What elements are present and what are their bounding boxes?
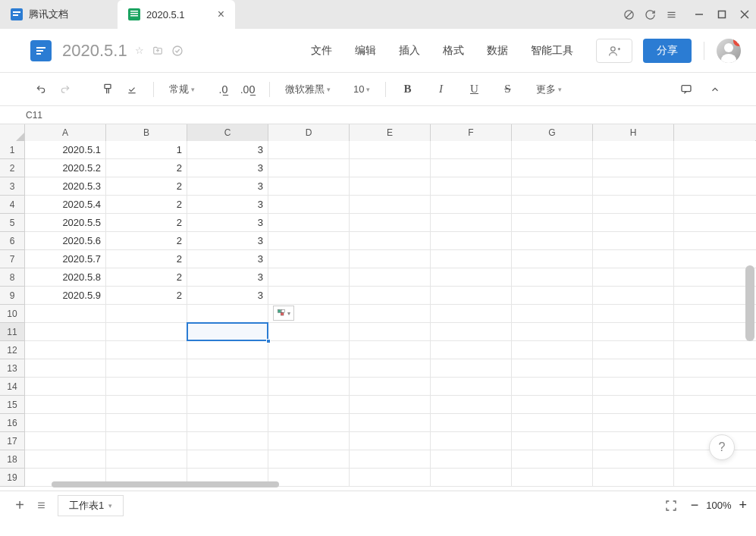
cell[interactable] [431,359,512,378]
row-header[interactable]: 4 [0,196,25,214]
cell[interactable]: 2020.5.3 [25,177,106,196]
cell[interactable] [512,268,593,287]
cell[interactable] [268,341,350,359]
cell[interactable] [350,323,431,341]
folder-move-icon[interactable] [152,45,164,56]
cell[interactable] [674,396,756,414]
cell[interactable] [187,341,268,359]
cell[interactable] [268,432,350,450]
cell[interactable] [431,341,512,359]
cell[interactable] [350,359,431,378]
cell[interactable]: 2 [106,177,187,196]
cell[interactable] [512,469,593,487]
cell[interactable]: 3 [187,196,268,214]
cell[interactable] [431,268,512,287]
add-sheet-button[interactable]: + [9,495,30,516]
cell[interactable] [187,396,268,414]
cell[interactable] [512,141,593,159]
row-header[interactable]: 19 [0,469,25,487]
cell[interactable] [431,469,512,487]
cell[interactable] [512,250,593,268]
cell[interactable] [25,414,106,432]
more-format-dropdown[interactable]: 更多▾ [532,83,566,96]
font-size-dropdown[interactable]: 10▾ [349,83,375,95]
menu-edit[interactable]: 编辑 [355,44,376,58]
cell[interactable] [674,232,756,250]
cell[interactable] [593,323,674,341]
cell[interactable] [512,287,593,305]
cell[interactable]: 2020.5.7 [25,250,106,268]
redo-button[interactable] [55,79,76,100]
column-header[interactable]: D [268,124,350,141]
cell[interactable]: 2 [106,232,187,250]
cell[interactable] [187,450,268,469]
cell[interactable] [187,323,268,341]
decrease-decimal-button[interactable]: .0̲ [213,79,234,100]
column-header[interactable]: A [25,124,106,141]
cell[interactable] [674,250,756,268]
cell[interactable]: 2 [106,159,187,177]
row-header[interactable]: 9 [0,287,25,305]
cell[interactable] [187,378,268,396]
cell[interactable] [25,341,106,359]
cell[interactable]: 2 [106,287,187,305]
row-header[interactable]: 17 [0,432,25,450]
cell[interactable] [350,287,431,305]
cell[interactable] [674,323,756,341]
cell[interactable] [674,196,756,214]
column-header[interactable]: G [512,124,593,141]
cell[interactable] [25,359,106,378]
cell[interactable] [431,323,512,341]
cell[interactable] [512,305,593,323]
cell[interactable]: 2 [106,214,187,232]
bold-button[interactable]: B [397,79,418,100]
cell[interactable] [106,305,187,323]
cell[interactable] [350,196,431,214]
cell[interactable] [25,396,106,414]
select-all-corner[interactable] [0,124,25,141]
cell[interactable] [674,141,756,159]
cell[interactable]: 2020.5.8 [25,268,106,287]
cell[interactable] [512,177,593,196]
cell[interactable]: 2020.5.4 [25,196,106,214]
cell[interactable] [431,305,512,323]
cell[interactable] [431,177,512,196]
collapse-toolbar-button[interactable] [704,79,726,100]
column-header[interactable]: E [350,124,431,141]
cell[interactable] [268,214,350,232]
cell[interactable]: 2020.5.9 [25,287,106,305]
cell[interactable] [187,414,268,432]
cell[interactable] [674,177,756,196]
cell[interactable] [674,469,756,487]
cell[interactable] [674,359,756,378]
underline-button[interactable]: U [463,79,485,100]
cell[interactable] [106,378,187,396]
document-title[interactable]: 2020.5.1 [62,41,127,61]
cell[interactable] [268,396,350,414]
cell[interactable] [350,469,431,487]
cell[interactable] [512,359,593,378]
horizontal-scrollbar[interactable] [52,481,279,487]
cell[interactable] [350,250,431,268]
cell[interactable] [268,196,350,214]
cell[interactable] [431,196,512,214]
cell[interactable] [268,141,350,159]
row-header[interactable]: 11 [0,323,25,341]
star-icon[interactable]: ☆ [135,45,144,56]
cell[interactable] [674,378,756,396]
cell[interactable]: 2020.5.1 [25,141,106,159]
close-icon[interactable]: × [218,8,224,21]
cell[interactable] [593,305,674,323]
cell[interactable] [350,268,431,287]
cell[interactable]: 1 [106,141,187,159]
cell[interactable]: 2 [106,250,187,268]
cell[interactable] [674,341,756,359]
cell[interactable] [268,414,350,432]
cell[interactable] [268,177,350,196]
cell[interactable] [350,414,431,432]
refresh-icon[interactable] [639,0,660,29]
cell[interactable] [593,341,674,359]
cell[interactable] [593,232,674,250]
menu-smart-tools[interactable]: 智能工具 [531,44,573,58]
cell[interactable] [106,341,187,359]
